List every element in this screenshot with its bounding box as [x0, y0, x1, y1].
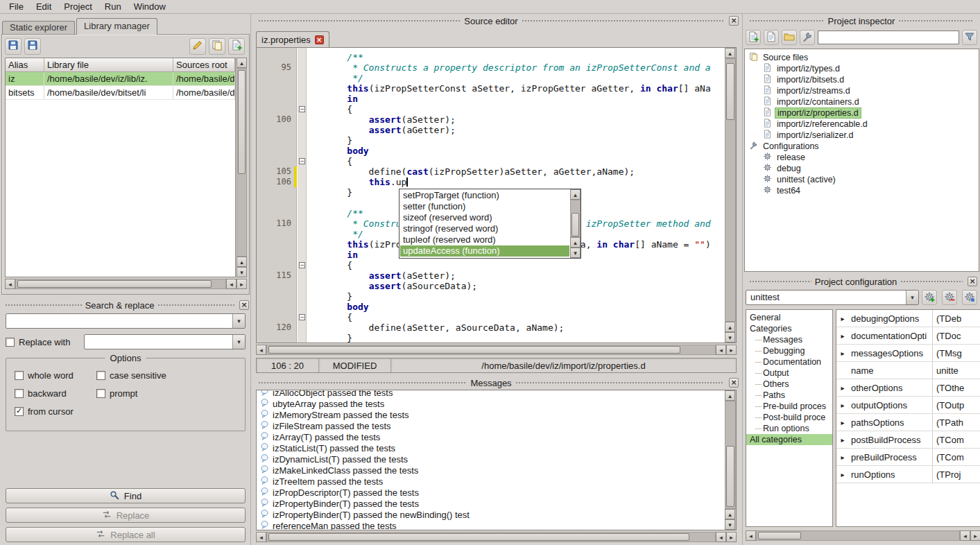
scroll-button[interactable] — [256, 532, 266, 542]
expand-arrow-icon[interactable] — [836, 315, 849, 322]
message-row[interactable]: ubyteArray passed the tests — [257, 398, 725, 409]
library-column-header[interactable]: Sources root — [173, 58, 235, 71]
scroll-button[interactable] — [725, 332, 735, 343]
tree-item[interactable]: unittest (active) — [745, 174, 979, 185]
category-item[interactable]: Post-build proce — [746, 412, 832, 423]
category-item[interactable]: Categories — [746, 323, 832, 334]
search-input[interactable] — [6, 313, 246, 329]
load-libraries-button[interactable] — [24, 38, 41, 55]
expand-arrow-icon[interactable] — [836, 332, 849, 340]
menu-item-project[interactable]: Project — [58, 0, 98, 13]
tree-item[interactable]: import/iz/streams.d — [745, 85, 979, 96]
scroll-thumb[interactable] — [238, 70, 246, 174]
option-checkbox-whole-word[interactable] — [15, 371, 24, 380]
scroll-button[interactable] — [725, 390, 735, 401]
code-line[interactable]: assert(aSetter); — [325, 270, 725, 281]
tree-item[interactable]: test64 — [745, 185, 979, 196]
category-item[interactable]: Run options — [746, 423, 832, 434]
code-line[interactable]: } — [325, 291, 725, 302]
code-line[interactable]: { — [325, 156, 725, 166]
library-table-row[interactable]: bitsets/home/basile/dev/bitset/li/home/b… — [6, 86, 235, 100]
chevron-down-icon[interactable] — [232, 314, 245, 328]
chevron-down-icon[interactable] — [906, 291, 918, 304]
message-row[interactable]: izPropDescriptor(T) passed the tests — [257, 487, 725, 498]
remove-configuration-button[interactable] — [942, 290, 957, 305]
scroll-button[interactable] — [716, 532, 726, 542]
scroll-button[interactable] — [725, 509, 735, 519]
dock-grip[interactable] — [749, 280, 811, 284]
menu-item-run[interactable]: Run — [98, 0, 128, 13]
completion-item[interactable]: setter (function) — [400, 201, 569, 212]
category-item[interactable]: All categories — [746, 434, 832, 445]
expand-arrow-icon[interactable] — [836, 471, 849, 478]
code-line[interactable]: { — [325, 104, 725, 114]
code-line[interactable]: assert(aSourceData); — [325, 281, 725, 291]
close-source-editor-button[interactable] — [729, 16, 739, 26]
scroll-button[interactable] — [716, 345, 726, 355]
dock-grip[interactable] — [5, 304, 82, 307]
tree-item[interactable]: release — [745, 152, 979, 163]
inspector-filter-input[interactable] — [818, 31, 959, 44]
scroll-button[interactable] — [960, 530, 970, 541]
category-item[interactable]: General — [746, 312, 832, 323]
dock-grip[interactable] — [258, 381, 467, 385]
code-line[interactable]: this(izPropSetterConst aSetter, izPropGe… — [325, 83, 725, 94]
tab-static-explorer[interactable]: Static explorer — [2, 21, 75, 35]
category-item[interactable]: Others — [746, 379, 832, 390]
scroll-button[interactable] — [5, 279, 15, 289]
scroll-thumb[interactable] — [268, 346, 680, 354]
replace-input[interactable] — [84, 334, 246, 349]
code-line[interactable]: assert(aSetter); — [325, 114, 725, 125]
code-line[interactable]: this.up — [325, 177, 725, 187]
messages-hscrollbar[interactable] — [256, 532, 737, 542]
scroll-track[interactable] — [237, 68, 247, 257]
scroll-track[interactable] — [725, 401, 736, 509]
scroll-track[interactable] — [266, 532, 716, 542]
tab-library-manager[interactable]: Library manager — [76, 18, 157, 35]
category-item[interactable]: Pre-build proces — [746, 401, 832, 412]
scroll-button[interactable] — [226, 279, 237, 289]
code-line[interactable]: in — [325, 94, 725, 104]
code-line[interactable]: assert(aGetter); — [325, 125, 725, 135]
scroll-button[interactable] — [256, 345, 266, 355]
tree-item[interactable]: import/iz/referencable.d — [745, 119, 979, 130]
close-search-panel-button[interactable] — [239, 300, 249, 310]
message-row[interactable]: izFileStream passed the tests — [257, 420, 725, 431]
fold-toggle-icon[interactable] — [299, 106, 305, 112]
property-grid-row[interactable]: runOptions(TProj — [836, 466, 980, 483]
tree-item[interactable]: import/iz/bitsets.d — [745, 74, 979, 85]
category-item[interactable]: Paths — [746, 390, 832, 401]
scroll-button[interactable] — [746, 530, 756, 541]
property-grid-row[interactable]: debugingOptions(TDeb — [836, 310, 980, 327]
menu-item-file[interactable]: File — [3, 0, 30, 13]
library-column-header[interactable]: Library file — [44, 58, 173, 71]
scroll-track[interactable] — [756, 530, 960, 541]
scroll-button[interactable] — [725, 48, 735, 58]
tree-item[interactable]: import/iz/properties.d — [745, 107, 979, 119]
message-row[interactable]: izTreeItem passed the tests — [257, 476, 725, 487]
completion-item[interactable]: stringof (reserved word) — [400, 223, 569, 234]
message-row[interactable]: izStaticList(T) passed the tests — [257, 442, 725, 453]
menu-item-window[interactable]: Window — [128, 0, 172, 13]
fold-toggle-icon[interactable] — [299, 262, 305, 268]
scroll-button[interactable] — [570, 237, 581, 248]
category-item[interactable]: Messages — [746, 334, 832, 345]
close-tab-icon[interactable] — [315, 35, 324, 44]
code-line[interactable]: */ — [325, 73, 725, 83]
chevron-down-icon[interactable] — [232, 335, 245, 349]
code-line[interactable]: } — [325, 333, 725, 343]
property-grid-row[interactable]: pathsOptions(TPath — [836, 414, 980, 431]
dock-grip[interactable] — [157, 304, 234, 307]
option-checkbox-backward[interactable] — [15, 389, 24, 398]
edit-alias-button[interactable] — [189, 38, 206, 55]
scroll-button[interactable] — [970, 530, 980, 541]
completion-item[interactable]: tupleof (reserved word) — [400, 234, 569, 245]
tree-item[interactable]: import/iz/serializer.d — [745, 130, 979, 141]
replace-button[interactable]: Replace — [6, 508, 246, 523]
scroll-button[interactable] — [726, 345, 737, 355]
new-source-button[interactable] — [764, 30, 779, 45]
dock-grip[interactable] — [515, 381, 724, 385]
scroll-thumb[interactable] — [571, 213, 579, 236]
expand-arrow-icon[interactable] — [836, 384, 849, 392]
save-libraries-button[interactable] — [5, 38, 22, 55]
